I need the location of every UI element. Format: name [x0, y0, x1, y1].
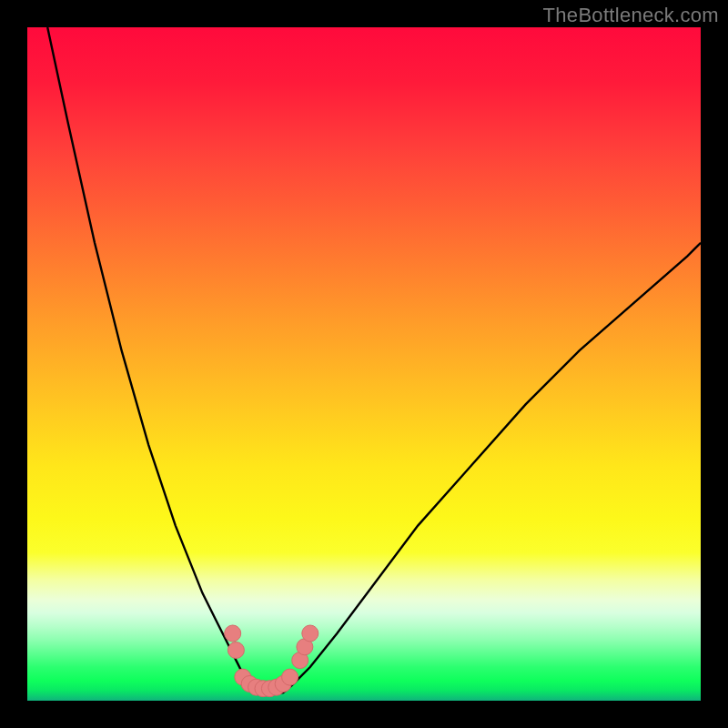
curve-marker	[225, 625, 241, 642]
curve-marker	[228, 642, 244, 659]
chart-frame: TheBottleneck.com	[0, 0, 728, 728]
curve-layer	[27, 27, 701, 701]
curve-markers	[225, 625, 318, 697]
curve-marker	[302, 625, 318, 642]
plot-area	[27, 27, 701, 701]
bottleneck-curve	[47, 27, 701, 694]
watermark-text: TheBottleneck.com	[543, 4, 719, 27]
curve-marker	[282, 669, 298, 685]
